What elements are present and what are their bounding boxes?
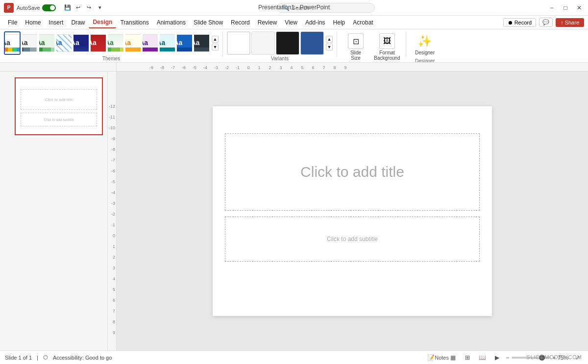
more-qa-button[interactable]: ▾ <box>95 3 105 13</box>
undo-button[interactable]: ↩ <box>74 3 83 13</box>
menu-addins[interactable]: Add-ins <box>301 17 329 28</box>
subtitle-placeholder[interactable]: Click to add subtitle <box>225 217 480 262</box>
reading-view-button[interactable]: 📖 <box>477 352 488 363</box>
app-title: Presentation1 - PowerPoint <box>258 4 330 11</box>
title-bar-right: − □ ✕ <box>547 3 584 13</box>
menu-draw[interactable]: Draw <box>67 17 89 28</box>
menu-animations[interactable]: Animations <box>153 17 190 28</box>
menu-help[interactable]: Help <box>329 17 349 28</box>
record-button[interactable]: ⏺ Record <box>503 18 536 27</box>
slide-size-label: SlideSize <box>350 50 361 61</box>
slideshow-button[interactable]: ▶ <box>491 352 502 363</box>
close-button[interactable]: ✕ <box>574 3 584 13</box>
ribbon: Aa Aa <box>0 29 588 63</box>
designer-row: ✨ Designer <box>410 31 440 57</box>
share-button[interactable]: ↑ Share <box>556 18 584 27</box>
thumbnail-subtitle-area: Click to add subtitle <box>21 113 97 126</box>
slidemodel-credit: SLIDEMODEL.COM <box>526 354 582 360</box>
normal-view-button[interactable]: ▦ <box>447 352 458 363</box>
status-bar: Slide 1 of 1 | ⬡ Accessibility: Good to … <box>0 350 588 364</box>
themes-scroll-down[interactable]: ▼ <box>212 44 219 50</box>
minimize-button[interactable]: − <box>547 3 557 13</box>
format-background-button[interactable]: 🖼 FormatBackground <box>372 31 402 63</box>
record-icon: ⏺ <box>508 20 513 25</box>
ruler-horizontal: -9 -8 -7 -6 -5 -4 -3 -2 -1 0 1 2 3 4 5 6… <box>117 63 588 71</box>
theme-4[interactable]: Aa <box>56 31 72 55</box>
ruler-vertical: -12 -11 -10 -9 -8 -7 -6 -5 -4 -3 -2 -1 0… <box>108 72 117 350</box>
slide-size-button[interactable]: ⊡ SlideSize <box>341 31 370 63</box>
theme-office[interactable]: Aa <box>4 31 21 55</box>
variants-scroll-down[interactable]: ▼ <box>326 44 333 50</box>
variants-row: ▲ ▼ <box>227 31 333 55</box>
divider-bar-1: | <box>37 355 38 361</box>
themes-scroll: Aa Aa <box>4 31 210 55</box>
menu-transitions[interactable]: Transitions <box>116 17 152 28</box>
variant-1[interactable] <box>227 31 250 55</box>
customize-group: ⊡ SlideSize 🖼 FormatBackground Customize <box>341 31 402 63</box>
theme-6[interactable]: Aa <box>90 31 106 55</box>
menu-record[interactable]: Record <box>227 17 254 28</box>
variant-2[interactable] <box>251 31 275 55</box>
variants-scroll-up[interactable]: ▲ <box>326 36 333 43</box>
format-bg-label: FormatBackground <box>374 50 400 61</box>
slide-canvas[interactable]: Click to add title Click to add subtitle <box>213 106 492 316</box>
title-bar-left: P AutoSave 💾 ↩ ↪ ▾ <box>4 3 105 13</box>
variants-scroll <box>227 31 324 55</box>
theme-9[interactable]: Aa <box>142 31 158 55</box>
main-layout: 1 Click to add title Click to add subtit… <box>0 72 588 350</box>
canvas-area: Click to add title Click to add subtitle <box>117 72 588 350</box>
comment-button[interactable]: 💬 <box>539 18 553 27</box>
slide-panel-item-1: 1 Click to add title Click to add subtit… <box>4 77 103 137</box>
ribbon-divider-2 <box>337 31 337 57</box>
variant-3[interactable] <box>276 31 299 55</box>
menu-review[interactable]: Review <box>254 17 281 28</box>
title-placeholder-text: Click to add title <box>300 164 404 180</box>
themes-scroll-up[interactable]: ▲ <box>212 36 219 43</box>
theme-8[interactable]: Aa <box>125 31 141 55</box>
menu-file[interactable]: File <box>4 17 21 28</box>
theme-3[interactable]: Aa <box>39 31 55 55</box>
menu-right: ⏺ Record 💬 ↑ Share <box>503 18 584 27</box>
status-left: Slide 1 of 1 | ⬡ Accessibility: Good to … <box>5 354 112 361</box>
designer-button[interactable]: ✨ Designer <box>410 31 440 57</box>
share-icon: ↑ <box>561 20 564 25</box>
accessibility-status: Accessibility: Good to go <box>53 355 112 361</box>
theme-11[interactable]: Aa <box>176 31 193 55</box>
menu-bar: File Home Insert Draw Design Transitions… <box>0 16 588 29</box>
notes-icon: 📝 <box>427 354 435 361</box>
title-placeholder[interactable]: Click to add title <box>225 133 480 211</box>
theme-5[interactable]: Aa <box>73 31 89 55</box>
subtitle-placeholder-text: Click to add subtitle <box>327 236 378 243</box>
slide-sorter-button[interactable]: ⊞ <box>462 352 473 363</box>
ribbon-divider-3 <box>406 31 406 57</box>
variant-4[interactable] <box>300 31 324 55</box>
theme-10[interactable]: Aa <box>159 31 175 55</box>
theme-2[interactable]: Aa <box>22 31 38 55</box>
restore-button[interactable]: □ <box>561 3 570 13</box>
theme-12[interactable]: Aa <box>194 31 210 55</box>
designer-group: ✨ Designer Designer <box>410 31 440 63</box>
theme-7[interactable]: Aa <box>107 31 123 55</box>
notes-button[interactable]: 📝 Notes <box>433 352 443 363</box>
redo-button[interactable]: ↪ <box>84 3 94 13</box>
ruler-horizontal-container: -9 -8 -7 -6 -5 -4 -3 -2 -1 0 1 2 3 4 5 6… <box>0 63 588 72</box>
themes-scroll-arrows: ▲ ▼ <box>212 36 219 50</box>
menu-view[interactable]: View <box>281 17 301 28</box>
save-button[interactable]: 💾 <box>63 3 73 13</box>
autosave-area: AutoSave <box>17 4 56 11</box>
zoom-out-icon[interactable]: − <box>506 355 509 361</box>
menu-insert[interactable]: Insert <box>45 17 67 28</box>
ruler-corner <box>0 63 117 71</box>
designer-icon: ✨ <box>417 33 433 49</box>
slide-thumbnail-1[interactable]: Click to add title Click to add subtitle <box>15 77 103 135</box>
menu-home[interactable]: Home <box>21 17 45 28</box>
office-icon: P <box>4 3 14 13</box>
autosave-toggle[interactable] <box>42 4 56 11</box>
menu-slideshow[interactable]: Slide Show <box>190 17 227 28</box>
customize-row: ⊡ SlideSize 🖼 FormatBackground <box>341 31 402 63</box>
slide-size-icon: ⊡ <box>348 33 364 49</box>
menu-design[interactable]: Design <box>89 17 116 28</box>
menu-acrobat[interactable]: Acrobat <box>349 17 377 28</box>
ribbon-divider-1 <box>222 31 223 57</box>
thumbnail-title-area: Click to add title <box>21 89 97 110</box>
